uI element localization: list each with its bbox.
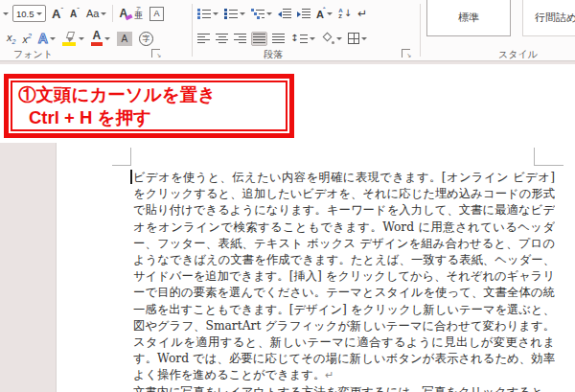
document-text[interactable]: ビデオを使うと、伝えたい内容を明確に表現できます。[オンライン ビデオ] をクリ… [133, 170, 555, 392]
bullets-button[interactable] [196, 8, 219, 20]
align-center-icon [216, 34, 228, 44]
ribbon-group-font: 10.5 Aˆ Aˇ Aa A [6, 0, 190, 61]
document-paragraph[interactable]: 文書内に写真をレイアウトする方法を変更するには、写真をクリックすると、隣にレイア… [133, 384, 555, 392]
phonetic-guide-icon: ア 亜 [134, 7, 143, 20]
grow-mark: ˆ [60, 6, 63, 14]
shrink-font-button[interactable]: Aˇ [69, 8, 80, 20]
chevron-down-icon [104, 37, 110, 40]
show-formatting-marks-button[interactable]: ↵ [356, 8, 368, 19]
highlighter-icon [62, 32, 77, 46]
borders-icon [348, 33, 359, 44]
margin-crop-mark-right [534, 148, 535, 166]
distribute-icon [272, 34, 285, 44]
increase-indent-icon [297, 9, 310, 19]
sort-icon: AZ ↓ [338, 8, 352, 19]
paragraph-text: ビデオを使うと、伝えたい内容を明確に表現できます。[オンライン ビデオ] をクリ… [133, 171, 555, 381]
line-spacing-icon: ↕ [290, 34, 308, 43]
multilevel-list-icon [251, 9, 264, 19]
numbering-icon [224, 9, 238, 19]
highlight-button[interactable] [61, 31, 85, 47]
font-size-combo[interactable]: 10.5 [12, 5, 46, 22]
margin-crop-mark-right [534, 165, 564, 166]
paragraph-dialog-launcher[interactable]: ↘ [402, 49, 410, 58]
chevron-down-icon [36, 12, 42, 15]
shrink-mark: ˇ [77, 6, 80, 14]
line-spacing-button[interactable]: ↕ [289, 33, 316, 44]
margin-crop-mark-left [112, 165, 130, 166]
annotation-line-1: ①文頭にカーソルを置き [18, 83, 280, 106]
divider [112, 5, 113, 22]
character-border-button[interactable]: A [149, 6, 165, 22]
asian-layout-icon: Aˆ [316, 7, 325, 20]
annotation-callout-box: ①文頭にカーソルを置き Ctrl + H を押す [4, 74, 294, 138]
word-window: 10.5 Aˆ Aˇ Aa A [0, 0, 575, 392]
asian-layout-button[interactable]: Aˆ [315, 6, 334, 21]
paragraph-mark-icon: ↵ [357, 9, 367, 18]
align-right-icon [234, 34, 246, 44]
numbering-button[interactable] [223, 8, 246, 20]
font-color-button[interactable]: A [90, 30, 111, 47]
chevron-down-icon [213, 12, 218, 15]
chevron-down-icon [240, 12, 245, 15]
font-size-value: 10.5 [16, 9, 34, 19]
clear-formatting-button[interactable]: A [118, 6, 128, 21]
character-shading-button[interactable]: A [116, 31, 133, 47]
font-color-icon: A [91, 31, 103, 46]
chevron-down-icon [361, 37, 367, 40]
ribbon-group-styles: 標準 行間詰め スタイル [422, 0, 575, 61]
paragraph-mark: ↵ [325, 369, 334, 381]
font-name-chevron-down-icon[interactable] [3, 12, 9, 15]
chevron-down-icon [266, 12, 272, 15]
paint-bucket-icon [321, 32, 334, 45]
align-right-button[interactable] [233, 33, 247, 45]
chevron-down-icon [50, 37, 56, 40]
increase-indent-button[interactable] [296, 8, 311, 20]
change-case-button[interactable]: Aa [85, 7, 107, 20]
style-normal[interactable]: 標準 [426, 0, 511, 36]
eraser-icon [126, 14, 133, 21]
align-center-button[interactable] [215, 33, 229, 45]
text-cursor [130, 170, 132, 184]
style-no-spacing-label: 行間詰め [523, 11, 575, 25]
align-left-button[interactable] [196, 33, 211, 45]
decrease-indent-button[interactable] [277, 8, 292, 20]
style-normal-label: 標準 [427, 11, 510, 25]
enclose-characters-icon: 字 [139, 32, 153, 46]
clear-formatting-icon: A [119, 7, 127, 20]
subscript-icon: x2 [7, 32, 15, 45]
document-paragraph[interactable]: ビデオを使うと、伝えたい内容を明確に表現できます。[オンライン ビデオ] をクリ… [133, 170, 555, 384]
group-label-styles: スタイル [498, 48, 538, 61]
annotation-line-2: Ctrl + H を押す [18, 106, 280, 129]
enclose-characters-button[interactable]: 字 [138, 31, 154, 47]
ribbon-group-paragraph: Aˆ AZ ↓ ↵ [196, 0, 417, 61]
distribute-button[interactable] [271, 33, 286, 45]
justify-icon [253, 34, 265, 44]
decrease-indent-icon [278, 9, 291, 19]
font-dialog-launcher[interactable]: ↘ [151, 49, 160, 58]
borders-button[interactable] [347, 32, 368, 45]
superscript-button[interactable]: x2 [21, 32, 32, 46]
sort-button[interactable]: AZ ↓ [337, 7, 353, 20]
group-divider [420, 4, 421, 57]
change-case-icon: Aa [86, 8, 99, 19]
text-effects-button[interactable]: A [37, 30, 57, 47]
paragraph-text: 文書内に写真をレイアウトする方法を変更するには、写真をクリックすると、隣にレイア… [133, 385, 555, 392]
justify-button[interactable] [251, 32, 267, 46]
multilevel-list-button[interactable] [250, 8, 273, 20]
grow-font-button[interactable]: Aˆ [51, 6, 64, 22]
shading-button[interactable] [320, 31, 343, 46]
phonetic-guide-button[interactable]: ア 亜 [133, 6, 144, 21]
annotation-callout-inner: ①文頭にカーソルを置き Ctrl + H を押す [11, 81, 288, 131]
subscript-button[interactable]: x2 [6, 31, 16, 46]
chevron-down-icon [79, 37, 84, 40]
align-left-icon [197, 34, 210, 44]
grow-font-icon: A [52, 7, 60, 21]
group-divider [192, 4, 193, 57]
chevron-down-icon [327, 12, 333, 15]
chevron-down-icon [101, 12, 106, 15]
bullets-icon [197, 9, 211, 19]
group-label-paragraph: 段落 [264, 48, 283, 61]
style-no-spacing[interactable]: 行間詰め [522, 0, 575, 36]
margin-crop-mark-left [130, 148, 131, 166]
ribbon: 10.5 Aˆ Aˇ Aa A [0, 0, 575, 61]
